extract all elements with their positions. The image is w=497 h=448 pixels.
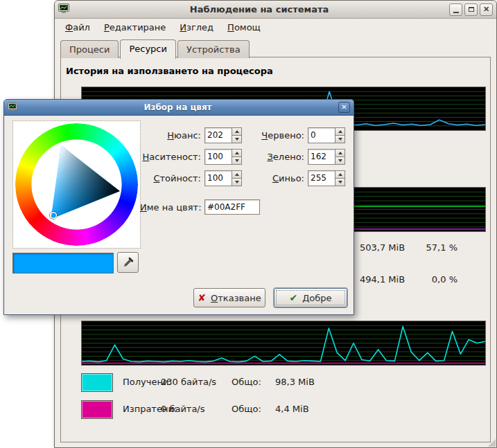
arrow-down-icon [235, 138, 239, 141]
sent-color-swatch[interactable] [81, 400, 113, 419]
received-total: 98,3 MiB [275, 377, 315, 387]
system-monitor-app-icon [58, 3, 69, 16]
ok-check-icon: ✔ [289, 293, 297, 303]
menu-view[interactable]: Изглед [173, 20, 220, 35]
main-window-titlebar[interactable]: Наблюдение на системата ✕ [55, 1, 496, 19]
green-spinner [308, 149, 345, 165]
arrow-up-icon [235, 173, 239, 176]
close-icon: ✕ [483, 6, 489, 13]
dialog-close-button[interactable]: ✕ [338, 102, 350, 113]
desktop: Наблюдение на системата ✕ Файл Редактира… [0, 0, 497, 448]
saturation-input[interactable] [204, 149, 232, 165]
hue-label: Нюанс: [140, 130, 201, 141]
arrow-down-icon [338, 138, 342, 141]
red-label: Червено: [242, 130, 304, 141]
value-decrement-button[interactable] [232, 179, 242, 186]
ok-button-label: Добре [302, 293, 331, 303]
sent-total-label: Общо: [232, 404, 261, 414]
sent-total: 4,4 MiB [275, 404, 309, 414]
saturation-label: Наситеност: [140, 152, 201, 162]
dialog-titlebar[interactable]: Избор на цвят ✕ [4, 100, 354, 116]
color-wheel[interactable] [12, 120, 141, 249]
tab-processes[interactable]: Процеси [60, 40, 119, 58]
received-rate: 230 байта/s [161, 377, 216, 387]
dialog-app-icon [8, 102, 17, 114]
menu-file[interactable]: Файл [58, 20, 97, 35]
blue-label: Синьо: [242, 173, 304, 183]
hue-input[interactable] [204, 127, 232, 143]
green-input[interactable] [308, 149, 335, 165]
minimize-button[interactable] [449, 3, 462, 16]
received-total-label: Общо: [232, 377, 261, 387]
arrow-up-icon [338, 152, 342, 154]
resize-grip[interactable] [488, 439, 496, 447]
maximize-button[interactable] [464, 3, 478, 16]
menu-edit[interactable]: Редактиране [97, 20, 173, 35]
tab-bar: Процеси Ресурси Устройства [60, 39, 251, 58]
value-input[interactable] [204, 170, 232, 186]
saturation-spinner [204, 149, 242, 165]
cancel-button[interactable]: ✘ Отказване [193, 288, 265, 307]
memory-percent-value: 57,1 % [419, 242, 457, 253]
swap-total-value: 494,1 MiB [360, 274, 405, 285]
cancel-button-label: Отказване [211, 293, 261, 303]
swap-percent-value: 0,0 % [419, 274, 457, 285]
maximize-icon [469, 7, 474, 12]
green-label: Зелено: [242, 152, 304, 162]
color-picker-dialog: Избор на цвят ✕ [3, 99, 354, 315]
tab-devices[interactable]: Устройства [177, 40, 250, 58]
saturation-decrement-button[interactable] [232, 157, 242, 165]
red-spinner [308, 127, 345, 143]
dialog-body: Нюанс: Червено: [4, 115, 354, 314]
main-window-title: Наблюдение на системата [71, 4, 447, 15]
color-name-input[interactable] [204, 199, 260, 215]
value-label: Стойност: [140, 173, 201, 183]
menu-help[interactable]: Помощ [220, 20, 268, 35]
eyedropper-icon [123, 257, 134, 268]
arrow-up-icon [338, 173, 342, 176]
green-decrement-button[interactable] [335, 157, 345, 165]
saturation-increment-button[interactable] [232, 149, 242, 157]
hue-decrement-button[interactable] [232, 136, 242, 143]
arrow-down-icon [338, 181, 342, 183]
blue-decrement-button[interactable] [335, 179, 345, 186]
arrow-down-icon [235, 181, 239, 183]
cpu-history-title: История на използването на процесора [66, 66, 273, 76]
ok-button[interactable]: ✔ Добре [274, 288, 347, 307]
color-preview [12, 253, 114, 274]
arrow-up-icon [235, 152, 239, 154]
blue-spinner [308, 170, 345, 186]
sent-rate: 0 байта/s [161, 404, 205, 414]
minimize-icon [453, 12, 459, 13]
network-sent-row: Изпратени: 0 байта/s Общо: 4,4 MiB [81, 400, 469, 419]
close-button[interactable]: ✕ [480, 3, 493, 16]
close-icon: ✕ [341, 104, 347, 111]
green-increment-button[interactable] [335, 149, 345, 157]
value-increment-button[interactable] [232, 170, 242, 179]
red-input[interactable] [308, 127, 335, 143]
arrow-up-icon [338, 130, 342, 133]
received-color-swatch[interactable] [81, 373, 113, 392]
red-decrement-button[interactable] [335, 136, 345, 143]
color-name-label: Име на цвят: [140, 202, 201, 213]
hsv-rgb-row-1: Нюанс: Червено: [140, 127, 345, 143]
red-increment-button[interactable] [335, 127, 345, 136]
blue-increment-button[interactable] [335, 170, 345, 179]
network-history-chart [81, 321, 486, 366]
hue-increment-button[interactable] [232, 127, 242, 136]
dialog-title: Избор на цвят [19, 102, 336, 112]
hsv-rgb-row-2: Наситеност: Зелено: [140, 148, 345, 165]
tab-resources[interactable]: Ресурси [120, 39, 176, 59]
memory-total-value: 503,7 MiB [360, 242, 405, 253]
value-spinner [204, 170, 242, 186]
hsv-rgb-row-3: Стойност: Синьо: [140, 170, 345, 186]
saturation-value-triangle[interactable] [13, 121, 140, 248]
eyedropper-button[interactable] [117, 252, 139, 273]
network-received-row: Получени: 230 байта/s Общо: 98,3 MiB [81, 373, 469, 392]
menubar: Файл Редактиране Изглед Помощ [55, 19, 496, 35]
arrow-down-icon [338, 159, 342, 162]
hue-spinner [204, 127, 242, 143]
cancel-x-icon: ✘ [198, 293, 206, 303]
color-name-row: Име на цвят: [140, 199, 260, 215]
blue-input[interactable] [308, 170, 335, 186]
